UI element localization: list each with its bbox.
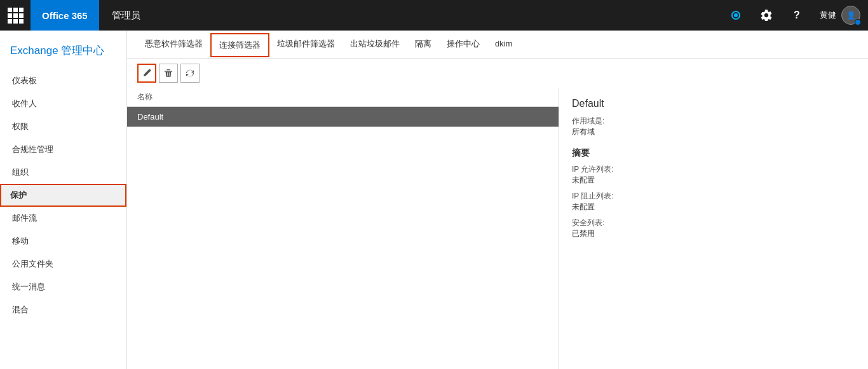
- ip-allow-label: IP 允许列表:: [572, 164, 855, 175]
- sidebar-item-permissions[interactable]: 权限: [0, 115, 126, 138]
- sidebar-item-dashboard[interactable]: 仪表板: [0, 69, 126, 92]
- tab-malware[interactable]: 恶意软件筛选器: [137, 31, 210, 59]
- tab-label: 出站垃圾邮件: [350, 38, 400, 50]
- admin-label: 管理员: [112, 10, 140, 20]
- sidebar-item-label: 邮件流: [12, 213, 37, 223]
- skype-button[interactable]: [721, 0, 751, 31]
- sidebar-item-label: 合规性管理: [12, 144, 53, 154]
- sidebar-nav: 仪表板 收件人 权限 合规性管理 组织 保护 邮件流 移动: [0, 69, 126, 321]
- office365-logo[interactable]: Office 365: [31, 0, 99, 31]
- sidebar-item-label: 移动: [12, 236, 29, 246]
- page-title: Exchange 管理中心: [10, 43, 116, 58]
- delete-button[interactable]: [159, 64, 178, 83]
- sidebar-item-publicfolders[interactable]: 公用文件夹: [0, 253, 126, 275]
- help-icon: ?: [794, 10, 800, 21]
- sidebar-item-label: 统一消息: [12, 282, 45, 291]
- settings-button[interactable]: [751, 0, 782, 31]
- tab-quarantine[interactable]: 隔离: [407, 31, 439, 59]
- admin-title: 管理员: [99, 10, 153, 22]
- waffle-icon: [8, 8, 24, 24]
- ip-allow-value: 未配置: [572, 175, 855, 186]
- tab-label: 恶意软件筛选器: [145, 38, 203, 50]
- avatar-badge: [855, 19, 861, 25]
- sidebar-item-label: 组织: [12, 167, 29, 177]
- sidebar: Exchange 管理中心 仪表板 收件人 权限 合规性管理 组织 保护 邮件流: [0, 31, 127, 369]
- table-row[interactable]: Default: [127, 107, 559, 127]
- avatar: 👤: [841, 6, 860, 25]
- tab-spam[interactable]: 垃圾邮件筛选器: [269, 31, 342, 59]
- content-area: 恶意软件筛选器 连接筛选器 垃圾邮件筛选器 出站垃圾邮件 隔离 操作中心 dki…: [127, 31, 868, 369]
- page-title-area: Exchange 管理中心: [0, 36, 126, 67]
- tab-connection[interactable]: 连接筛选器: [210, 33, 269, 57]
- detail-panel: Default 作用域是: 所有域 摘要 IP 允许列表: 未配置 IP 阻止列…: [559, 88, 868, 369]
- scope-label: 作用域是:: [572, 116, 855, 127]
- sidebar-item-hybrid[interactable]: 混合: [0, 298, 126, 321]
- summary-section-title: 摘要: [572, 148, 855, 159]
- main-layout: Exchange 管理中心 仪表板 收件人 权限 合规性管理 组织 保护 邮件流: [0, 31, 868, 369]
- topbar-icons: ? 黄健 👤: [721, 0, 868, 31]
- edit-button[interactable]: [137, 64, 156, 83]
- sidebar-item-recipients[interactable]: 收件人: [0, 92, 126, 115]
- safelist-label: 安全列表:: [572, 218, 855, 228]
- office365-label: Office 365: [42, 10, 88, 21]
- scope-value: 所有域: [572, 127, 855, 137]
- ip-block-label: IP 阻止列表:: [572, 191, 855, 202]
- svg-rect-1: [165, 71, 172, 72]
- tab-label: 连接筛选器: [219, 39, 261, 51]
- toolbar: [127, 59, 868, 88]
- svg-point-0: [734, 13, 738, 17]
- detail-ip-allow-row: IP 允许列表: 未配置: [572, 164, 855, 186]
- column-name-header: 名称: [137, 92, 153, 101]
- sidebar-item-label: 公用文件夹: [12, 259, 53, 268]
- detail-title: Default: [572, 98, 855, 109]
- tab-dkim[interactable]: dkim: [487, 31, 520, 59]
- tab-outbound[interactable]: 出站垃圾邮件: [342, 31, 407, 59]
- safelist-value: 已禁用: [572, 228, 855, 239]
- sidebar-item-protection[interactable]: 保护: [0, 184, 126, 207]
- tabs-bar: 恶意软件筛选器 连接筛选器 垃圾邮件筛选器 出站垃圾邮件 隔离 操作中心 dki…: [127, 31, 868, 59]
- sidebar-item-label: 保护: [10, 190, 27, 200]
- table-container: 名称 Default Default 作用域是: 所有域 摘要 IP 允许列表:…: [127, 88, 868, 369]
- sidebar-item-organization[interactable]: 组织: [0, 161, 126, 184]
- tab-label: 操作中心: [447, 38, 480, 50]
- ip-block-value: 未配置: [572, 202, 855, 212]
- tab-label: 隔离: [415, 38, 431, 50]
- svg-rect-2: [166, 69, 170, 70]
- detail-ip-block-row: IP 阻止列表: 未配置: [572, 191, 855, 212]
- sidebar-item-label: 权限: [12, 122, 29, 131]
- tab-actioncenter[interactable]: 操作中心: [439, 31, 487, 59]
- tab-label: dkim: [495, 39, 512, 48]
- tab-label: 垃圾邮件筛选器: [277, 38, 335, 50]
- list-panel: 名称 Default: [127, 88, 559, 369]
- help-button[interactable]: ?: [782, 0, 812, 31]
- sidebar-item-label: 仪表板: [12, 76, 37, 85]
- sidebar-item-mailflow[interactable]: 邮件流: [0, 207, 126, 230]
- waffle-button[interactable]: [0, 0, 31, 31]
- detail-safelist-row: 安全列表: 已禁用: [572, 218, 855, 239]
- list-header: 名称: [127, 88, 559, 107]
- user-menu[interactable]: 黄健 👤: [812, 0, 868, 31]
- sidebar-item-compliance[interactable]: 合规性管理: [0, 138, 126, 161]
- sidebar-item-label: 混合: [12, 305, 29, 314]
- detail-scope-row: 作用域是: 所有域: [572, 116, 855, 137]
- user-name: 黄健: [820, 10, 836, 21]
- sidebar-item-label: 收件人: [12, 99, 37, 108]
- refresh-button[interactable]: [180, 64, 200, 83]
- sidebar-item-mobile[interactable]: 移动: [0, 230, 126, 253]
- row-name: Default: [137, 112, 163, 122]
- sidebar-item-unified[interactable]: 统一消息: [0, 275, 126, 298]
- topbar: Office 365 管理员 ? 黄健 👤: [0, 0, 868, 31]
